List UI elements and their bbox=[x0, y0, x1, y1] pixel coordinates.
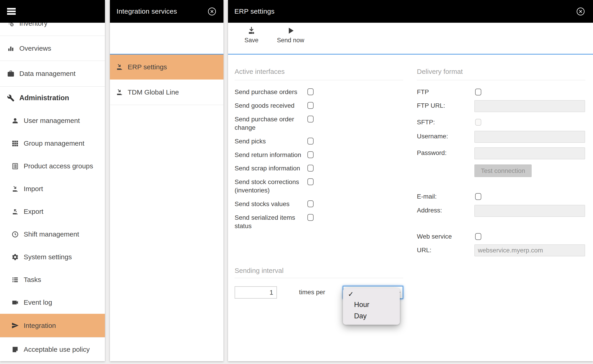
selection-indicator-line bbox=[110, 54, 223, 55]
sidebar-item-label: Shift management bbox=[24, 230, 79, 238]
checkbox-web-service[interactable] bbox=[475, 233, 481, 240]
sidebar-item-label: Tasks bbox=[24, 276, 41, 284]
save-icon bbox=[247, 26, 256, 35]
sidebar-item-tasks[interactable]: Tasks bbox=[0, 268, 105, 291]
option-label: Send scrap information bbox=[235, 164, 311, 172]
test-connection-label: Test connection bbox=[481, 167, 525, 175]
list-item-label: TDM Global Line bbox=[128, 88, 179, 96]
sidebar-item-user-management[interactable]: User management bbox=[0, 109, 105, 132]
url-label: URL: bbox=[417, 246, 431, 254]
checkbox-send-scrap-information[interactable] bbox=[307, 165, 314, 172]
option-label: Send stocks values bbox=[235, 200, 311, 208]
sidebar-item-integration[interactable]: Integration bbox=[0, 314, 105, 337]
person-icon bbox=[11, 117, 19, 124]
sidebar-item-product-access-groups[interactable]: Product access groups bbox=[0, 155, 105, 177]
email-label: E-mail: bbox=[417, 192, 437, 201]
sidebar: Inventory Overviews Data management Admi… bbox=[0, 0, 105, 361]
web-service-label: Web service bbox=[417, 232, 452, 241]
sidebar-item-label: User management bbox=[24, 117, 80, 124]
checkbox-send-stock-corrections[interactable] bbox=[307, 178, 314, 185]
video-camera-icon bbox=[11, 299, 19, 306]
sidebar-item-label: Event log bbox=[24, 299, 52, 306]
sidebar-item-export[interactable]: Export bbox=[0, 200, 105, 223]
checkbox-email[interactable] bbox=[475, 193, 481, 200]
dropdown-option-hour[interactable]: Hour bbox=[354, 300, 369, 309]
list-document-icon bbox=[11, 162, 19, 170]
send-now-button-label: Send now bbox=[277, 37, 304, 44]
checkbox-send-picks[interactable] bbox=[307, 138, 314, 144]
checkbox-sftp bbox=[475, 119, 481, 126]
checkbox-send-return-information[interactable] bbox=[307, 151, 314, 158]
section-rule bbox=[235, 278, 403, 278]
sidebar-item-label: Integration bbox=[24, 322, 56, 330]
sidebar-item-label: System settings bbox=[24, 253, 72, 261]
grid-icon bbox=[11, 140, 19, 147]
password-label: Password: bbox=[417, 149, 447, 157]
selected-check-icon[interactable]: ✓ bbox=[348, 290, 354, 299]
gear-icon bbox=[11, 253, 19, 261]
task-list-icon bbox=[11, 276, 19, 284]
sidebar-item-overviews[interactable]: Overviews bbox=[0, 36, 105, 61]
export-icon bbox=[11, 208, 19, 215]
sidebar-item-administration[interactable]: Administration bbox=[0, 87, 105, 109]
username-input bbox=[474, 131, 585, 143]
sidebar-item-data-management[interactable]: Data management bbox=[0, 61, 105, 87]
close-icon[interactable] bbox=[208, 7, 216, 16]
section-rule bbox=[417, 80, 586, 80]
sidebar-item-import[interactable]: Import bbox=[0, 177, 105, 200]
section-title: Active interfaces bbox=[235, 67, 285, 76]
delivery-format-section: Delivery format FTP FTP URL: SFTP: Usern… bbox=[417, 55, 586, 361]
test-connection-button: Test connection bbox=[474, 164, 532, 177]
option-label: Send purchase orders bbox=[235, 88, 311, 96]
app-root: Inventory Overviews Data management Admi… bbox=[0, 0, 593, 364]
checkbox-send-stocks-values[interactable] bbox=[307, 200, 314, 207]
note-icon bbox=[11, 346, 19, 353]
option-label: Send goods received bbox=[235, 101, 311, 110]
hamburger-menu-icon[interactable] bbox=[7, 8, 16, 15]
checkbox-send-goods-received[interactable] bbox=[307, 102, 314, 109]
import-icon bbox=[11, 185, 19, 193]
save-button-label: Save bbox=[244, 37, 258, 44]
checkbox-send-serialized-items-status[interactable] bbox=[307, 214, 314, 221]
ftp-url-input bbox=[474, 100, 585, 112]
sidebar-item-label: Group management bbox=[24, 140, 84, 147]
import-icon bbox=[116, 88, 123, 96]
option-label: Send picks bbox=[235, 137, 311, 145]
sidebar-item-label: Export bbox=[24, 208, 43, 215]
sidebar-item-label: Administration bbox=[19, 94, 69, 102]
sidebar-item-label: Product access groups bbox=[24, 162, 93, 170]
section-rule bbox=[235, 80, 403, 80]
address-input bbox=[474, 205, 585, 217]
list-item-label: ERP settings bbox=[128, 63, 167, 71]
section-title: Delivery format bbox=[417, 67, 463, 76]
sidebar-item-shift-management[interactable]: Shift management bbox=[0, 223, 105, 246]
sidebar-item-group-management[interactable]: Group management bbox=[0, 132, 105, 155]
web-service-url-input bbox=[474, 245, 585, 256]
dropdown-option-day[interactable]: Day bbox=[354, 312, 367, 320]
interval-count-input[interactable] bbox=[235, 286, 277, 299]
integration-services-header: Integration services bbox=[110, 0, 223, 23]
toolbar-divider-line bbox=[228, 54, 593, 55]
checkbox-send-purchase-order-change[interactable] bbox=[307, 116, 314, 123]
times-per-label: times per bbox=[299, 288, 325, 296]
list-item-erp-settings[interactable]: ERP settings bbox=[110, 55, 223, 79]
checkbox-ftp[interactable] bbox=[475, 89, 481, 95]
sidebar-item-event-log[interactable]: Event log bbox=[0, 291, 105, 314]
import-icon bbox=[116, 63, 123, 71]
password-input bbox=[474, 148, 585, 159]
send-now-button[interactable]: Send now bbox=[274, 26, 308, 44]
close-icon[interactable] bbox=[576, 7, 585, 16]
panel-title: ERP settings bbox=[234, 7, 274, 15]
save-button[interactable]: Save bbox=[238, 26, 265, 44]
bar-chart-icon bbox=[7, 45, 14, 52]
sidebar-item-system-settings[interactable]: System settings bbox=[0, 246, 105, 268]
sidebar-item-acceptable-use-policy[interactable]: Acceptable use policy bbox=[0, 337, 105, 361]
sidebar-item-label: Import bbox=[24, 185, 43, 193]
ftp-label: FTP bbox=[417, 88, 429, 96]
checkbox-send-purchase-orders[interactable] bbox=[307, 88, 314, 95]
option-label: Send purchase order change bbox=[235, 115, 311, 132]
active-interfaces-section: Active interfaces Send purchase orders S… bbox=[235, 55, 403, 361]
ftp-url-label: FTP URL: bbox=[417, 101, 445, 110]
list-item-tdm-global-line[interactable]: TDM Global Line bbox=[110, 79, 223, 105]
play-icon bbox=[286, 26, 295, 35]
